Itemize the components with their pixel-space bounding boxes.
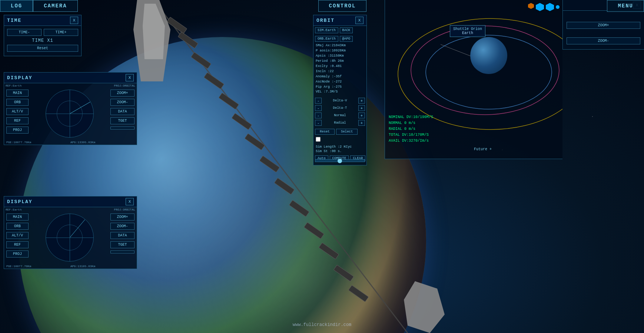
display1-tget-button[interactable]: TGET: [110, 117, 135, 124]
display2-apg: APG:13185.03Km: [70, 265, 95, 268]
orbit-deltav-label: Delta-V: [323, 99, 357, 102]
display1-radar-circle: [46, 90, 94, 138]
display2-proj-button[interactable]: PROJ: [6, 250, 29, 258]
orbit-earth: [470, 37, 507, 74]
display1-main-button[interactable]: MAIN: [6, 90, 29, 97]
display2-radar-circle: [46, 213, 94, 262]
time-reset-button[interactable]: Reset: [7, 45, 78, 52]
orbit-back-button[interactable]: BACK: [340, 27, 353, 33]
orbit-normal-plus[interactable]: +: [358, 112, 365, 118]
display2-tget-button[interactable]: TGET: [110, 241, 135, 248]
orbit-panel-header: ORBIT X: [313, 15, 366, 26]
svg-line-18: [441, 44, 474, 57]
display1-empty-button[interactable]: [110, 127, 135, 130]
orbit-deltav-plus[interactable]: +: [358, 98, 365, 104]
camera-button[interactable]: CAMERA: [33, 0, 77, 12]
display-panel-1: DISPLAY X REF:Earth PROJ:ORBITAL MAIN OR…: [4, 72, 137, 145]
display2-ref-row: REF:Earth PROJ:ORBITAL: [4, 207, 137, 211]
right-zoom-minus-button[interactable]: ZOOM-: [567, 37, 640, 44]
display1-header: DISPLAY X: [4, 73, 137, 83]
orbit-radial-label: Radial: [323, 121, 357, 125]
orbit-sim-row: SIM.Earth BACK: [313, 26, 366, 33]
orbit-slider-container: [313, 163, 366, 165]
orbit-period: Period :8h 26m: [316, 59, 364, 64]
future-label: Future +: [474, 147, 492, 151]
orbit-select-button[interactable]: Select: [336, 129, 358, 135]
display2-data-button[interactable]: DATA: [110, 232, 135, 239]
display1-title: DISPLAY: [7, 75, 33, 81]
display2-left-controls: MAIN ORB ALT/V REF PROJ: [6, 213, 29, 262]
orbit-normal-row: - Normal +: [315, 112, 365, 118]
orbit-reset-button[interactable]: Reset: [315, 129, 335, 135]
website-label: www.fullcrackindir.com: [293, 322, 351, 327]
display1-orb-button[interactable]: ORB: [6, 99, 29, 106]
orbit-anomaly: Anomaly :-35f: [316, 74, 364, 80]
orbit-checkbox[interactable]: [316, 137, 321, 142]
display1-zoom-plus-button[interactable]: ZOOM+: [110, 90, 135, 97]
dv-total: TOTAL DV:10/170M/S: [389, 132, 433, 138]
display1-zoom-minus-button[interactable]: ZOOM-: [110, 99, 135, 106]
dv-normal: NORMAL 0 m/s: [389, 120, 433, 126]
time-minus-button[interactable]: TIME-: [7, 29, 42, 36]
display2-title: DISPLAY: [7, 199, 33, 205]
orbit-sim-length: Sim Length :2 KCyc: [316, 145, 352, 149]
time-panel-header: TIME X: [4, 15, 81, 26]
display1-ref: REF:Earth: [6, 84, 21, 87]
display2-empty-button[interactable]: [110, 250, 135, 253]
control-button[interactable]: CONTROL: [318, 0, 367, 12]
orbit-sim-data: Sim Length :2 KCyc Sim St :00 s.: [313, 144, 366, 155]
orbit-slider[interactable]: [315, 159, 365, 162]
shuttle-label: Shuttle Orion Earth: [450, 25, 485, 37]
display2-close-button[interactable]: X: [126, 198, 134, 205]
orbit-incln: Incln :22: [316, 69, 364, 74]
display1-ref-row: REF:Earth PROJ:ORBITAL: [4, 83, 137, 87]
display2-zoom-minus-button[interactable]: ZOOM-: [110, 223, 135, 230]
display2-right-controls: ZOOM+ ZOOM- DATA TGET: [110, 213, 135, 262]
right-zoom-plus-button[interactable]: ZOOM+: [567, 22, 640, 29]
time-close-button[interactable]: X: [70, 17, 78, 24]
display1-radar-inner: [57, 101, 83, 127]
orbit-ascnode: AscNode :-272: [316, 80, 364, 85]
display2-main-button[interactable]: MAIN: [6, 213, 29, 221]
orbit-controls: - Delta-V + - Delta-T + - Normal + - Rad…: [313, 96, 366, 129]
orbit-sim-earth-button[interactable]: SIM.Earth: [315, 27, 338, 33]
log-button[interactable]: LOG: [0, 0, 33, 12]
orbit-radial-plus[interactable]: +: [358, 120, 365, 126]
orbit-panel: ORBIT X SIM.Earth BACK ORB.Earth @APO SM…: [313, 15, 367, 165]
menu-button[interactable]: MENU: [607, 0, 644, 12]
orbit-sim-step-row: Sim St :00 s.: [316, 149, 364, 153]
orbit-normal-minus[interactable]: -: [315, 112, 322, 118]
orbit-radial-minus[interactable]: -: [315, 120, 322, 126]
orbit-at-apo-button[interactable]: @APO: [340, 36, 353, 42]
display1-left-controls: MAIN ORB ALT/V REF PROJ: [6, 90, 29, 138]
orbit-radial-row: - Radial +: [315, 120, 365, 126]
display2-pge: PGE:10877.70Km: [6, 265, 31, 268]
display2-zoom-plus-button[interactable]: ZOOM+: [110, 213, 135, 221]
orbit-exclty: Exclty :0.481: [316, 64, 364, 69]
top-navigation: LOG CAMERA CONTROL MENU: [0, 0, 644, 12]
display1-close-button[interactable]: X: [126, 74, 134, 81]
display1-alt-button[interactable]: ALT/V: [6, 108, 29, 115]
orbit-deltav-minus[interactable]: -: [315, 98, 322, 104]
orbit-slider-thumb: [338, 159, 342, 163]
orbit-deltat-minus[interactable]: -: [315, 105, 322, 111]
display2-orb-button[interactable]: ORB: [6, 223, 29, 230]
display2-radar-inner: [57, 225, 83, 250]
display2-ref-button[interactable]: REF: [6, 241, 29, 248]
display1-proj-button[interactable]: PROJ: [6, 127, 29, 134]
orbit-vel: VEL :7.3M/S: [316, 90, 364, 95]
orbit-close-button[interactable]: X: [355, 17, 364, 24]
orbit-viz-content: Shuttle Orion Earth NOMINAL DV:10/190M/S…: [385, 0, 562, 159]
display1-data-button[interactable]: DATA: [110, 108, 135, 115]
display2-alt-button[interactable]: ALT/V: [6, 232, 29, 239]
display1-ref-button[interactable]: REF: [6, 117, 29, 124]
orbit-sim-length-row: Sim Length :2 KCyc: [316, 145, 364, 149]
orbit-orb-earth-button[interactable]: ORB.Earth: [315, 36, 338, 42]
right-zoom-controls: ZOOM+ ZOOM-: [563, 11, 644, 49]
shuttle-location: Earth: [453, 31, 482, 35]
display2-meta-row: PGE:10877.70Km APG:13185.03Km: [4, 264, 137, 269]
time-plus-button[interactable]: TIME+: [44, 29, 78, 36]
display1-radar: [30, 90, 109, 138]
display2-ref: REF:Earth: [6, 208, 21, 211]
orbit-deltat-plus[interactable]: +: [358, 105, 365, 111]
